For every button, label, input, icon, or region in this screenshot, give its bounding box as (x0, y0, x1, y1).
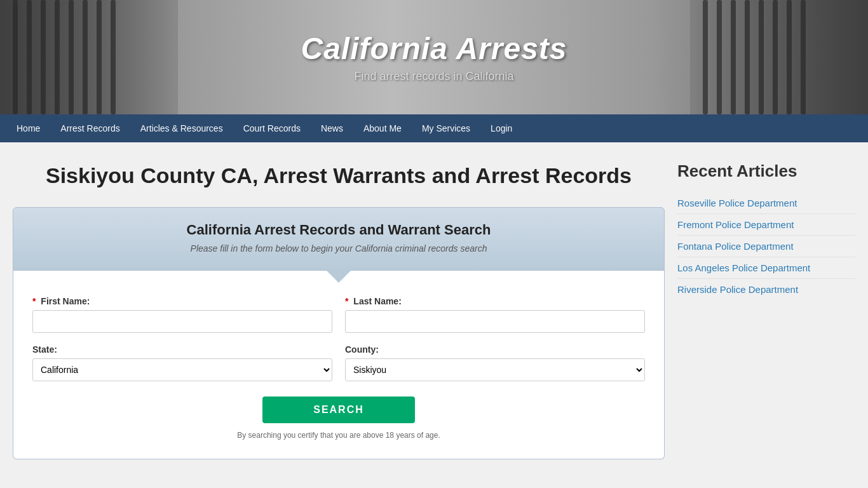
nav-my-services[interactable]: My Services (412, 114, 480, 142)
state-label: State: (32, 344, 332, 355)
jail-bars-left (0, 0, 178, 114)
search-box-title: California Arrest Records and Warrant Se… (32, 222, 645, 238)
riverside-pd-link[interactable]: Riverside Police Department (677, 279, 855, 300)
county-group: County: Siskiyou (345, 344, 645, 381)
form-disclaimer: By searching you certify that you are ab… (32, 431, 645, 440)
nav-articles-resources[interactable]: Articles & Resources (130, 114, 233, 142)
site-header: California Arrests Find arrest records i… (0, 0, 868, 114)
nav-arrest-records[interactable]: Arrest Records (50, 114, 130, 142)
first-name-required-star: * (32, 296, 36, 306)
first-name-input[interactable] (32, 310, 332, 333)
nav-about-me[interactable]: About Me (353, 114, 412, 142)
county-select[interactable]: Siskiyou (345, 358, 645, 381)
fremont-pd-link[interactable]: Fremont Police Department (677, 214, 855, 236)
last-name-input[interactable] (345, 310, 645, 333)
header-text-block: California Arrests Find arrest records i… (301, 31, 567, 83)
search-button[interactable]: SEARCH (262, 396, 415, 423)
nav-login[interactable]: Login (480, 114, 522, 142)
search-box-subtitle: Please fill in the form below to begin y… (32, 243, 645, 254)
state-group: State: California (32, 344, 332, 381)
last-name-group: * Last Name: (345, 296, 645, 333)
search-form-area: * First Name: * Last Name: State: (13, 271, 665, 459)
state-county-row: State: California County: Siskiyou (32, 344, 645, 381)
last-name-label: * Last Name: (345, 296, 645, 306)
last-name-required-star: * (345, 296, 348, 306)
first-name-label: * First Name: (32, 296, 332, 306)
lapd-link[interactable]: Los Angeles Police Department (677, 257, 855, 279)
search-btn-row: SEARCH (32, 396, 645, 423)
name-row: * First Name: * Last Name: (32, 296, 645, 333)
roseville-pd-link[interactable]: Roseville Police Department (677, 193, 855, 214)
fontana-pd-link[interactable]: Fontana Police Department (677, 236, 855, 257)
state-select[interactable]: California (32, 358, 332, 381)
site-subtitle: Find arrest records in California (301, 70, 567, 83)
site-title: California Arrests (301, 31, 567, 66)
page-title: Siskiyou County CA, Arrest Warrants and … (13, 161, 665, 189)
sidebar: Recent Articles Roseville Police Departm… (677, 161, 855, 300)
nav-news[interactable]: News (311, 114, 353, 142)
county-label: County: (345, 344, 645, 355)
search-box-header: California Arrest Records and Warrant Se… (13, 207, 665, 271)
nav-home[interactable]: Home (6, 114, 50, 142)
first-name-group: * First Name: (32, 296, 332, 333)
sidebar-title: Recent Articles (677, 161, 855, 181)
main-layout: Siskiyou County CA, Arrest Warrants and … (0, 142, 868, 478)
content-area: Siskiyou County CA, Arrest Warrants and … (13, 161, 665, 459)
main-nav: Home Arrest Records Articles & Resources… (0, 114, 868, 142)
jail-bars-right (690, 0, 868, 114)
nav-court-records[interactable]: Court Records (233, 114, 311, 142)
